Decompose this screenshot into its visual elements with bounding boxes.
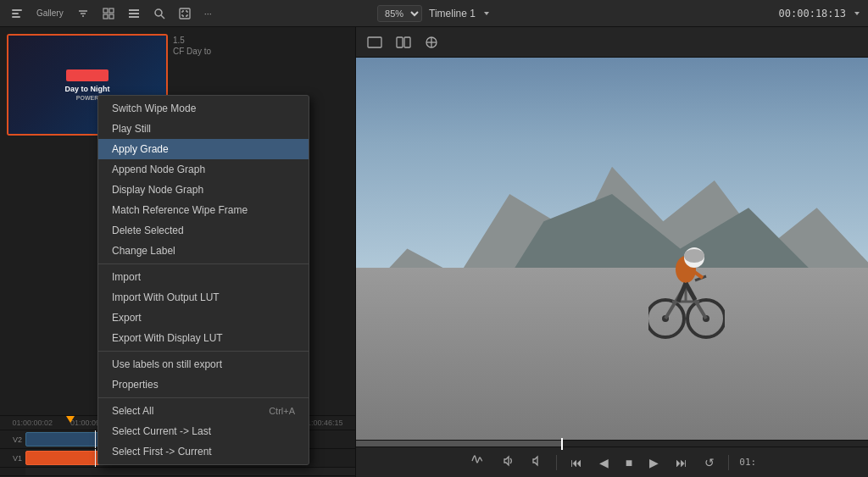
menu-item-import[interactable]: Import xyxy=(98,267,309,287)
track-v1-label: V1 xyxy=(0,454,25,463)
playhead-v2 xyxy=(95,430,96,448)
track-audio-content xyxy=(25,468,355,475)
svg-rect-12 xyxy=(180,8,190,19)
prev-frame-btn[interactable]: ◀ xyxy=(596,454,612,471)
thumb-clip-name: CF Day to xyxy=(173,47,211,56)
menu-divider xyxy=(98,351,309,352)
tool-vol-btn[interactable] xyxy=(527,453,546,471)
list-btn[interactable] xyxy=(124,6,144,21)
menu-item-label: Match Reference Wipe Frame xyxy=(112,204,248,216)
context-menu: Switch Wipe ModePlay StillApply GradeApp… xyxy=(97,95,309,465)
svg-rect-8 xyxy=(129,13,139,14)
toolbar-right: 00:00:18:13 xyxy=(581,8,861,19)
menu-item-export[interactable]: Export xyxy=(98,308,309,328)
menu-item-label: Select Current -> Last xyxy=(112,425,211,437)
svg-point-10 xyxy=(155,9,162,16)
sort-icon[interactable] xyxy=(7,6,27,21)
menu-item-label: Export With Display LUT xyxy=(112,332,223,344)
menu-item-label: Play Still xyxy=(112,123,151,135)
menu-item-label: Properties xyxy=(112,379,159,391)
stop-btn[interactable]: ■ xyxy=(622,454,636,471)
tool-audio-btn[interactable] xyxy=(498,453,517,471)
top-toolbar: Gallery ··· 85% Timeline 1 00:00:18:13 xyxy=(0,0,868,27)
gallery-btn[interactable]: Gallery xyxy=(32,7,68,19)
zoom-select[interactable]: 85% xyxy=(377,5,422,22)
more-btn[interactable]: ··· xyxy=(200,7,216,20)
menu-item-properties[interactable]: Properties xyxy=(98,374,309,395)
toolbar-left: Gallery ··· xyxy=(7,6,287,21)
left-panel: Day to Night POWER 1.5 CF Day to Switch … xyxy=(0,27,356,477)
progress-head xyxy=(561,438,563,450)
preview-viewport xyxy=(356,58,868,440)
menu-item-match-reference-wipe-frame[interactable]: Match Reference Wipe Frame xyxy=(98,200,309,220)
menu-item-label: Switch Wipe Mode xyxy=(112,103,196,114)
menu-item-select-first---current[interactable]: Select First -> Current xyxy=(98,441,309,462)
divider-1 xyxy=(556,455,557,470)
video-preview: ⏮ ◀ ■ ▶ ⏭ ↺ 01: xyxy=(356,27,868,477)
track-v2-label: V2 xyxy=(0,435,25,444)
menu-item-label: Change Label xyxy=(112,245,175,257)
menu-item-display-node-graph[interactable]: Display Node Graph xyxy=(98,180,309,200)
menu-item-label: Display Node Graph xyxy=(112,184,203,196)
playhead-marker xyxy=(66,416,75,423)
timecode-chevron-icon xyxy=(853,9,861,18)
menu-item-label: Use labels on still export xyxy=(112,358,222,370)
svg-rect-7 xyxy=(129,9,139,11)
svg-rect-6 xyxy=(109,14,114,19)
menu-item-shortcut: Ctrl+A xyxy=(269,406,295,416)
view-mode-btn1[interactable] xyxy=(363,35,387,50)
menu-item-import-with-output-lut[interactable]: Import With Output LUT xyxy=(98,287,309,308)
menu-divider xyxy=(98,263,309,264)
svg-rect-0 xyxy=(12,9,22,11)
sort-btn2[interactable] xyxy=(73,6,93,21)
menu-item-delete-selected[interactable]: Delete Selected xyxy=(98,220,309,241)
playhead-v1 xyxy=(95,449,96,467)
menu-divider xyxy=(98,397,309,398)
fit-btn[interactable] xyxy=(175,6,195,21)
svg-point-33 xyxy=(684,249,704,263)
menu-item-export-with-display-lut[interactable]: Export With Display LUT xyxy=(98,328,309,348)
play-btn[interactable]: ▶ xyxy=(646,454,662,471)
progress-bar-area[interactable] xyxy=(356,440,868,446)
menu-item-select-all[interactable]: Select AllCtrl+A xyxy=(98,401,309,421)
thumb-subtitle: POWER xyxy=(76,95,98,101)
svg-rect-15 xyxy=(404,37,410,47)
svg-rect-2 xyxy=(12,16,20,18)
menu-item-select-current---last[interactable]: Select Current -> Last xyxy=(98,421,309,441)
timecode: 00:00:18:13 xyxy=(779,8,846,19)
progress-fill xyxy=(356,441,561,446)
playback-controls: ⏮ ◀ ■ ▶ ⏭ ↺ 01: xyxy=(356,446,868,477)
tool-waveform-btn[interactable] xyxy=(468,453,488,471)
loop-btn[interactable]: ↺ xyxy=(701,454,718,471)
menu-item-use-labels-on-still-export[interactable]: Use labels on still export xyxy=(98,354,309,374)
cyclist-scene xyxy=(356,58,868,440)
menu-item-append-node-graph[interactable]: Append Node Graph xyxy=(98,159,309,180)
menu-item-label: Apply Grade xyxy=(112,143,169,155)
menu-item-play-still[interactable]: Play Still xyxy=(98,119,309,139)
svg-line-36 xyxy=(686,283,695,300)
thumbnail-info: 1.5 CF Day to xyxy=(173,34,211,56)
menu-item-change-label[interactable]: Change Label xyxy=(98,241,309,261)
view-mode-btn3[interactable] xyxy=(420,34,442,51)
grid-btn[interactable] xyxy=(98,6,119,21)
menu-item-label: Delete Selected xyxy=(112,225,184,236)
svg-rect-13 xyxy=(368,37,381,47)
svg-line-11 xyxy=(161,15,164,19)
menu-item-apply-grade[interactable]: Apply Grade xyxy=(98,139,309,159)
menu-item-label: Select All xyxy=(112,405,153,417)
chevron-down-icon xyxy=(482,9,491,18)
divider-2 xyxy=(728,455,729,470)
menu-item-label: Import xyxy=(112,271,141,283)
menu-item-label: Append Node Graph xyxy=(112,164,205,175)
skip-last-btn[interactable]: ⏭ xyxy=(672,454,691,471)
skip-first-btn[interactable]: ⏮ xyxy=(567,454,586,471)
view-mode-btn2[interactable] xyxy=(392,35,415,50)
toolbar-center: 85% Timeline 1 xyxy=(294,5,575,22)
menu-item-label: Select First -> Current xyxy=(112,446,212,458)
search-btn[interactable] xyxy=(149,6,170,21)
svg-rect-1 xyxy=(12,13,19,14)
road xyxy=(356,268,868,440)
cyclist-figure xyxy=(648,234,725,344)
main-area: Day to Night POWER 1.5 CF Day to Switch … xyxy=(0,27,868,477)
menu-item-switch-wipe-mode[interactable]: Switch Wipe Mode xyxy=(98,98,309,119)
